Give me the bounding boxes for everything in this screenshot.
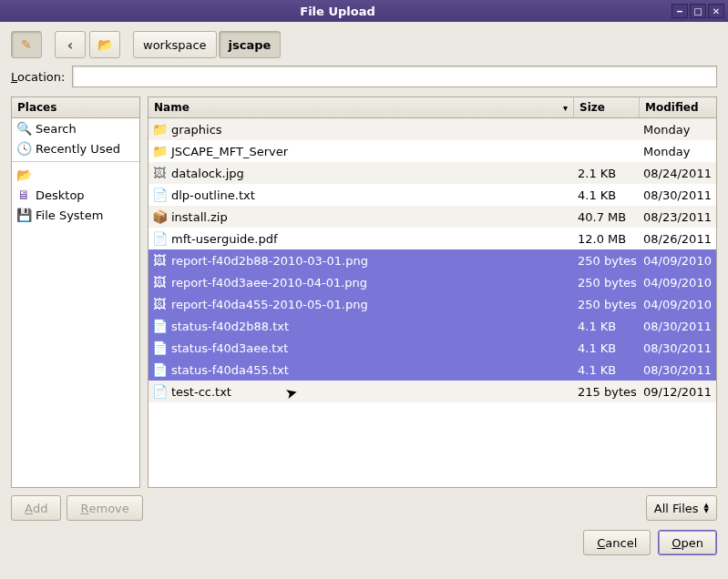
file-type-filter-label: All Files bbox=[654, 502, 699, 515]
file-size: 4.1 KB bbox=[574, 320, 640, 333]
folder-c-icon: 📂 bbox=[16, 168, 31, 182]
file-row[interactable]: 📄test-cc.txt215 bytes09/12/2011 bbox=[149, 381, 716, 402]
file-size: 215 bytes bbox=[574, 385, 640, 399]
file-size: 4.1 KB bbox=[574, 188, 640, 202]
file-row[interactable]: 📁JSCAPE_MFT_ServerMonday bbox=[149, 140, 716, 162]
file-name: install.zip bbox=[171, 210, 228, 224]
file-name: status-f40da455.txt bbox=[171, 363, 289, 377]
file-type-filter[interactable]: All Files ▲▼ bbox=[646, 495, 717, 521]
txt-icon: 📄 bbox=[152, 319, 167, 333]
place-item-folder-c[interactable]: 📂 bbox=[12, 165, 139, 185]
file-modified: 08/30/2011 bbox=[640, 320, 716, 333]
chevron-left-icon: ‹ bbox=[67, 36, 74, 54]
file-size: 2.1 KB bbox=[574, 167, 640, 180]
zip-icon: 📦 bbox=[152, 209, 167, 224]
desktop-icon: 🖥 bbox=[16, 188, 31, 202]
place-item-label: Search bbox=[36, 122, 77, 136]
file-name: JSCAPE_MFT_Server bbox=[171, 145, 288, 158]
toolbar: ✎ ‹ 📂 workspacejscape bbox=[11, 31, 717, 58]
file-row[interactable]: 🖼report-f40d3aee-2010-04-01.png250 bytes… bbox=[149, 271, 716, 293]
places-panel: Places 🔍Search🕓Recently Used📂🖥Desktop💾Fi… bbox=[11, 96, 140, 488]
file-modified: 08/30/2011 bbox=[640, 363, 716, 377]
location-label: Location: bbox=[11, 70, 65, 84]
column-header-name[interactable]: Name▾ bbox=[149, 97, 574, 117]
sort-desc-icon: ▾ bbox=[563, 103, 568, 113]
place-item-Search[interactable]: 🔍Search bbox=[12, 118, 139, 138]
file-row[interactable]: 📄status-f40d3aee.txt4.1 KB08/30/2011 bbox=[149, 337, 716, 359]
path-segment-jscape[interactable]: jscape bbox=[219, 31, 282, 58]
open-button[interactable]: Open bbox=[658, 530, 717, 555]
folder-icon: 📁 bbox=[152, 122, 167, 137]
txt-icon: 📄 bbox=[152, 188, 167, 202]
minimize-button[interactable]: ‒ bbox=[672, 4, 688, 18]
file-modified: 08/23/2011 bbox=[640, 210, 716, 224]
file-row[interactable]: 🖼datalock.jpg2.1 KB08/24/2011 bbox=[149, 162, 716, 184]
file-name: dlp-outline.txt bbox=[171, 188, 255, 202]
place-item-label: Desktop bbox=[36, 188, 85, 202]
updown-icon: ▲▼ bbox=[704, 503, 709, 513]
file-size: 4.1 KB bbox=[574, 363, 640, 377]
cancel-button[interactable]: Cancel bbox=[583, 530, 651, 555]
file-modified: Monday bbox=[640, 145, 716, 158]
home-button[interactable]: 📂 bbox=[89, 31, 120, 58]
file-name: status-f40d3aee.txt bbox=[171, 341, 288, 355]
files-list[interactable]: 📁graphicsMonday📁JSCAPE_MFT_ServerMonday🖼… bbox=[149, 118, 716, 487]
txt-icon: 📄 bbox=[152, 362, 167, 377]
file-modified: 08/26/2011 bbox=[640, 232, 716, 246]
file-name: report-f40d2b88-2010-03-01.png bbox=[171, 254, 368, 268]
place-item-Desktop[interactable]: 🖥Desktop bbox=[12, 185, 139, 205]
close-button[interactable]: ✕ bbox=[708, 4, 724, 18]
file-size: 250 bytes bbox=[574, 298, 640, 311]
file-name: report-f40d3aee-2010-04-01.png bbox=[171, 276, 367, 290]
remove-button: Remove bbox=[67, 495, 142, 521]
txt-icon: 📄 bbox=[152, 340, 167, 355]
file-size: 4.1 KB bbox=[574, 341, 640, 355]
window-title: File Upload bbox=[4, 5, 672, 18]
file-modified: 09/12/2011 bbox=[640, 385, 716, 399]
file-row[interactable]: 🖼report-f40d2b88-2010-03-01.png250 bytes… bbox=[149, 249, 716, 271]
folder-home-icon: 📂 bbox=[97, 37, 112, 52]
drive-icon: 💾 bbox=[16, 208, 31, 222]
file-size: 12.0 MB bbox=[574, 232, 640, 246]
maximize-button[interactable]: □ bbox=[690, 4, 706, 18]
file-row[interactable]: 📄mft-userguide.pdf12.0 MB08/26/2011 bbox=[149, 228, 716, 249]
back-button[interactable]: ‹ bbox=[55, 31, 86, 58]
file-name: report-f40da455-2010-05-01.png bbox=[171, 298, 368, 311]
file-modified: 08/24/2011 bbox=[640, 167, 716, 180]
path-segment-workspace[interactable]: workspace bbox=[133, 31, 217, 58]
recent-icon: 🕓 bbox=[16, 141, 31, 156]
location-input[interactable] bbox=[72, 66, 717, 87]
files-header: Name▾ Size Modified bbox=[149, 97, 716, 118]
file-modified: 08/30/2011 bbox=[640, 188, 716, 202]
column-header-size[interactable]: Size bbox=[574, 97, 640, 117]
file-icon: 🖼 bbox=[152, 166, 167, 180]
pencil-icon: ✎ bbox=[19, 37, 34, 52]
img-icon: 🖼 bbox=[152, 253, 167, 268]
file-row[interactable]: 📁graphicsMonday bbox=[149, 118, 716, 140]
file-size: 250 bytes bbox=[574, 254, 640, 268]
places-separator bbox=[12, 161, 139, 162]
file-size: 250 bytes bbox=[574, 276, 640, 290]
place-item-Recently Used[interactable]: 🕓Recently Used bbox=[12, 138, 139, 158]
file-name: datalock.jpg bbox=[171, 167, 244, 180]
img-icon: 🖼 bbox=[152, 275, 167, 290]
file-row[interactable]: 📦install.zip40.7 MB08/23/2011 bbox=[149, 206, 716, 228]
location-row: Location: bbox=[11, 66, 717, 87]
place-item-File System[interactable]: 💾File System bbox=[12, 205, 139, 225]
file-row[interactable]: 📄status-f40d2b88.txt4.1 KB08/30/2011 bbox=[149, 315, 716, 337]
place-item-label: File System bbox=[36, 208, 103, 222]
file-modified: 04/09/2010 bbox=[640, 276, 716, 290]
file-row[interactable]: 📄dlp-outline.txt4.1 KB08/30/2011 bbox=[149, 184, 716, 206]
file-name: mft-userguide.pdf bbox=[171, 232, 278, 246]
file-name: status-f40d2b88.txt bbox=[171, 320, 289, 333]
search-icon: 🔍 bbox=[16, 121, 31, 136]
file-row[interactable]: 🖼report-f40da455-2010-05-01.png250 bytes… bbox=[149, 293, 716, 315]
titlebar: File Upload ‒ □ ✕ bbox=[0, 0, 728, 22]
file-modified: 04/09/2010 bbox=[640, 254, 716, 268]
file-modified: 04/09/2010 bbox=[640, 298, 716, 311]
column-header-modified[interactable]: Modified bbox=[640, 97, 716, 117]
edit-location-button[interactable]: ✎ bbox=[11, 31, 42, 58]
files-panel: Name▾ Size Modified 📁graphicsMonday📁JSCA… bbox=[148, 96, 717, 488]
folder-icon: 📁 bbox=[152, 144, 167, 158]
file-row[interactable]: 📄status-f40da455.txt4.1 KB08/30/2011 bbox=[149, 359, 716, 381]
